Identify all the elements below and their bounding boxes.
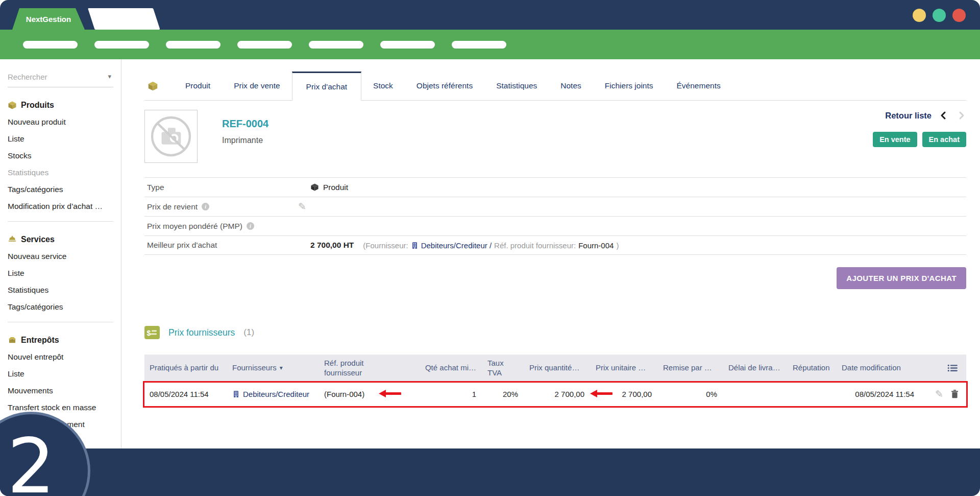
product-header: REF-0004 Imprimante — [144, 110, 966, 163]
window-control-green-icon[interactable] — [933, 9, 946, 22]
app-window: NextGestion ▾ — [0, 0, 980, 496]
col-date-modification: Date modification — [837, 355, 916, 382]
product-tabs: Produit Prix de vente Prix d'achat Stock… — [144, 72, 966, 101]
annotation-arrow-left-icon — [379, 389, 402, 399]
nav-pill[interactable] — [237, 41, 292, 49]
app-tab-nextgestion[interactable]: NextGestion — [12, 8, 85, 30]
sidebar-item-liste-services[interactable]: Liste — [8, 269, 115, 278]
annotation-arrow-left-icon — [590, 389, 614, 399]
info-icon[interactable]: i — [202, 203, 209, 210]
tab-notes[interactable]: Notes — [549, 72, 593, 100]
cell-qty: 1 — [408, 390, 482, 398]
tab-fichiers-joints[interactable]: Fichiers joints — [593, 72, 665, 100]
tab-prix-dachat[interactable]: Prix d'achat — [292, 72, 362, 101]
ajouter-prix-achat-button[interactable]: AJOUTER UN PRIX D'ACHAT — [837, 267, 966, 289]
sidebar-item-liste-entrepots[interactable]: Liste — [8, 369, 115, 379]
tab-produit[interactable]: Produit — [174, 72, 222, 100]
sidebar-item-nouvel-entrepot[interactable]: Nouvel entrepôt — [8, 352, 115, 362]
cloche-icon — [8, 235, 17, 244]
price-list-icon: $ — [144, 326, 160, 339]
footer-band — [0, 448, 980, 496]
sidebar-section-title: Entrepôts — [8, 336, 115, 345]
building-icon — [232, 390, 240, 398]
sidebar-item-nouveau-service[interactable]: Nouveau service — [8, 252, 115, 261]
cell-discount: 0% — [658, 390, 723, 398]
tab-statistiques[interactable]: Statistiques — [484, 72, 549, 100]
field-row-prix-de-revient: Prix de revient i ✎ — [144, 197, 966, 216]
main-content: Produit Prix de vente Prix d'achat Stock… — [121, 59, 980, 448]
nav-pill[interactable] — [380, 41, 435, 49]
nav-pill[interactable] — [452, 41, 506, 49]
col-delai-de-livraison: Délai de livra… — [723, 355, 788, 382]
window-control-red-icon[interactable] — [952, 9, 966, 22]
warehouse-icon — [8, 336, 17, 345]
search-input[interactable] — [8, 73, 94, 81]
sidebar-item-modification-prix-achat[interactable]: Modification prix d’achat … — [8, 202, 115, 211]
cell-vat: 20% — [482, 390, 524, 398]
sidebar-item-liste-produits[interactable]: Liste — [8, 134, 115, 144]
suppliers-count: (1) — [243, 327, 254, 338]
col-settings — [916, 355, 966, 382]
field-row-meilleur-prix: Meilleur prix d'achat 2 700,00 HT (Fourn… — [144, 235, 966, 255]
sidebar-item-statistiques-produits[interactable]: Statistiques — [8, 168, 115, 177]
cell-supplier[interactable]: Debiteurs/Crediteur — [227, 390, 319, 398]
window-control-yellow-icon[interactable] — [913, 9, 926, 22]
nav-pill[interactable] — [94, 41, 149, 49]
type-label: Type — [147, 183, 164, 192]
sidebar-item-statistiques-services[interactable]: Statistiques — [8, 286, 115, 295]
nav-pill[interactable] — [23, 41, 78, 49]
sidebar-divider — [8, 322, 113, 322]
search-caret-icon[interactable]: ▾ — [108, 73, 111, 80]
nav-pill[interactable] — [309, 41, 363, 49]
status-badge-en-achat: En achat — [922, 132, 966, 147]
edit-pencil-icon[interactable]: ✎ — [298, 201, 306, 212]
type-value: Produit — [323, 183, 348, 192]
tab-prix-de-vente[interactable]: Prix de vente — [222, 72, 291, 100]
retour-liste-link[interactable]: Retour liste — [885, 111, 932, 121]
sidebar-item-nouveau-produit[interactable]: Nouveau produit — [8, 117, 115, 127]
chevron-right-icon[interactable] — [956, 110, 966, 121]
building-icon — [411, 242, 419, 249]
col-fournisseurs[interactable]: Fournisseurs ▾ — [227, 355, 319, 382]
best-price-label: Meilleur prix d'achat — [147, 241, 217, 250]
sidebar-item-tags-categories-produits[interactable]: Tags/catégories — [8, 185, 115, 194]
window-controls — [913, 9, 966, 22]
col-taux-tva: Taux TVA — [482, 355, 524, 382]
info-icon[interactable]: i — [247, 222, 254, 230]
cell-date-modified: 08/05/2024 11:54 — [837, 390, 916, 398]
sidebar-item-tags-categories-services[interactable]: Tags/catégories — [8, 302, 115, 312]
col-pratiques-a-partir-du: Pratiqués à partir du — [144, 355, 227, 382]
product-image-placeholder[interactable] — [144, 110, 198, 163]
col-qte-achat-min: Qté achat mi… — [408, 355, 482, 382]
tab-objets-referents[interactable]: Objets référents — [405, 72, 484, 100]
sidebar: ▾ Produits Nouveau produit Liste Stocks … — [0, 59, 121, 448]
chevron-left-icon[interactable] — [939, 110, 949, 121]
delete-trash-icon[interactable] — [950, 389, 959, 399]
col-prix-quantite: Prix quantité… — [524, 355, 591, 382]
titlebar: NextGestion — [0, 0, 980, 30]
cell-actions: ✎ — [916, 388, 966, 400]
sidebar-item-transfert-stock[interactable]: Transfert stock en masse — [8, 403, 115, 412]
sidebar-divider — [8, 221, 113, 222]
product-reference: REF-0004 — [222, 118, 268, 130]
edit-pencil-icon[interactable]: ✎ — [935, 388, 943, 400]
inactive-app-tab[interactable] — [88, 8, 160, 30]
app-title: NextGestion — [26, 15, 71, 23]
cell-qty-price: 2 700,00 — [524, 390, 591, 398]
nav-pill[interactable] — [166, 41, 220, 49]
best-supplier-link[interactable]: Debiteurs/Crediteur / — [411, 241, 492, 250]
columns-list-icon[interactable] — [947, 364, 958, 372]
pmp-label: Prix moyen pondéré (PMP) — [147, 222, 242, 231]
col-remise-par: Remise par … — [658, 355, 723, 382]
sidebar-section-title: Services — [8, 235, 115, 244]
best-suffix: ) — [616, 241, 619, 250]
no-image-camera-icon — [149, 114, 193, 159]
sidebar-item-stocks[interactable]: Stocks — [8, 151, 115, 160]
sidebar-item-mouvements[interactable]: Mouvements — [8, 386, 115, 395]
tab-evenements[interactable]: Événements — [665, 72, 732, 100]
sidebar-section-services: Services Nouveau service Liste Statistiq… — [8, 235, 115, 312]
suppliers-section-header: $ Prix fournisseurs (1) — [144, 326, 966, 339]
best-price-value: 2 700,00 HT — [310, 241, 354, 250]
supplier-price-row-highlighted[interactable]: 08/05/2024 11:54 Debiteurs/Crediteur — [143, 381, 968, 408]
tab-stock[interactable]: Stock — [361, 72, 405, 100]
